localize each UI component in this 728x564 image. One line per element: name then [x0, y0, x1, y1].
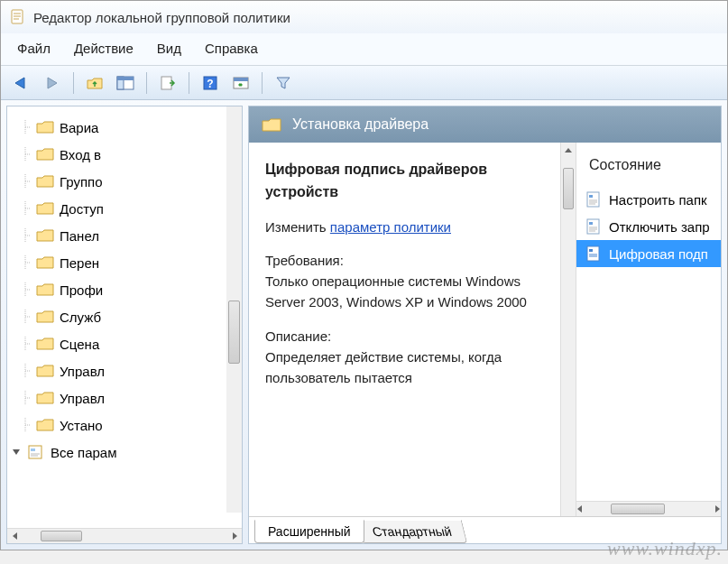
tree-item[interactable]: Сцена [7, 330, 242, 357]
tree-branch-icon [20, 228, 31, 243]
toolbar-separator-4 [262, 72, 263, 94]
menu-help[interactable]: Справка [205, 41, 258, 56]
scrollbar-thumb[interactable] [563, 168, 574, 209]
folder-icon [36, 282, 54, 297]
svg-text:?: ? [207, 78, 213, 90]
list-horizontal-scrollbar[interactable] [576, 501, 721, 516]
properties-button[interactable] [227, 70, 254, 96]
list-item[interactable]: Настроить папк [576, 186, 721, 213]
tree-item[interactable]: Доступ [7, 195, 242, 222]
filter-button[interactable] [270, 70, 297, 96]
scroll-left-icon[interactable] [7, 529, 23, 544]
list-column-header[interactable]: Состояние [576, 143, 721, 182]
folder-icon [36, 255, 54, 270]
list-item[interactable]: Отключить запр [576, 213, 721, 240]
svg-rect-42 [589, 195, 593, 198]
tree-item[interactable]: Управл [7, 384, 242, 411]
scroll-right-icon[interactable] [714, 505, 721, 513]
folder-icon [36, 364, 54, 378]
tab-standard[interactable]: Стандартный [355, 520, 467, 543]
list-item[interactable]: Цифровая подп [576, 240, 721, 267]
tree-item-all-params[interactable]: Все парам [7, 439, 242, 466]
scroll-up-icon[interactable] [561, 143, 576, 158]
list-item-label: Цифровая подп [609, 246, 708, 262]
folder-icon [36, 174, 54, 189]
scrollbar-thumb[interactable] [41, 531, 82, 541]
export-button[interactable] [154, 70, 181, 96]
tree-item[interactable]: Панел [7, 222, 242, 249]
show-hide-tree-button[interactable] [112, 70, 139, 96]
folder-icon [36, 228, 54, 243]
menu-view[interactable]: Вид [157, 41, 181, 56]
tree-vertical-scrollbar[interactable] [226, 106, 242, 513]
edit-policy-link[interactable]: параметр политики [330, 219, 451, 235]
policy-icon [585, 191, 602, 208]
scrollbar-thumb[interactable] [611, 504, 665, 514]
toolbar: ? [1, 66, 727, 100]
menu-action[interactable]: Действие [74, 41, 134, 56]
tree-item-label: Все парам [51, 445, 116, 460]
toolbar-separator-3 [189, 72, 189, 94]
tree-panel: Вариа Вход в Группо Доступ Панел [6, 106, 243, 544]
view-tabs: Расширенный Стандартный [249, 516, 721, 543]
tree-item[interactable]: Профи [7, 276, 242, 303]
requirements-label: Требования: [265, 253, 344, 268]
folder-icon [36, 337, 54, 351]
tree-item[interactable]: Вход в [7, 141, 242, 168]
tree-item-label: Вариа [60, 120, 98, 135]
tree-item[interactable]: Вариа [7, 114, 242, 141]
policy-title: Цифровая подпись драйверов устройств [265, 159, 548, 204]
svg-rect-38 [31, 448, 35, 451]
description-body: Определяет действие системы, когда польз… [265, 349, 502, 385]
tree-branch-icon [20, 364, 31, 378]
tree-item-label: Служб [60, 310, 101, 325]
scrollbar-thumb[interactable] [228, 300, 240, 364]
tree-item-label: Панел [60, 228, 99, 244]
folder-icon [36, 310, 54, 324]
detail-header: Установка драйвера [249, 106, 721, 143]
titlebar: Редактор локальной групповой политики [1, 1, 727, 33]
help-button[interactable]: ? [197, 70, 224, 96]
tree[interactable]: Вариа Вход в Группо Доступ Панел [7, 106, 242, 528]
tree-item[interactable]: Управл [7, 357, 242, 384]
folder-icon [36, 147, 54, 162]
detail-body: Цифровая подпись драйверов устройств Изм… [249, 143, 721, 516]
tree-item[interactable]: Группо [7, 168, 242, 195]
scroll-right-icon[interactable] [226, 529, 242, 544]
gpedit-window: Редактор локальной групповой политики Фа… [0, 0, 728, 550]
folder-icon [36, 418, 54, 432]
policy-icon [585, 245, 602, 262]
back-button[interactable] [8, 70, 35, 96]
svg-rect-37 [29, 446, 41, 458]
forward-button[interactable] [39, 70, 66, 96]
expand-icon[interactable] [11, 447, 22, 458]
tree-item[interactable]: Служб [7, 303, 242, 330]
tree-item-label: Группо [60, 174, 103, 190]
folder-icon [36, 391, 54, 405]
settings-icon [27, 445, 45, 459]
folder-icon [262, 116, 281, 133]
tree-branch-icon [20, 391, 31, 405]
scroll-left-icon[interactable] [576, 505, 584, 513]
tree-horizontal-scrollbar[interactable] [7, 528, 242, 543]
svg-rect-6 [117, 77, 134, 80]
menu-file[interactable]: Файл [17, 41, 51, 56]
description-label: Описание: [265, 328, 331, 344]
tree-branch-icon [20, 147, 31, 162]
menubar: Файл Действие Вид Справка [1, 33, 727, 66]
tree-item[interactable]: Перен [7, 249, 242, 276]
tree-item-label: Перен [60, 255, 99, 271]
detail-header-title: Установка драйвера [292, 116, 429, 133]
svg-rect-51 [587, 246, 599, 261]
tree-item-label: Устано [60, 418, 103, 433]
svg-rect-46 [587, 219, 599, 234]
folder-icon [36, 120, 54, 134]
toolbar-separator-2 [146, 72, 147, 94]
window-title: Редактор локальной групповой политики [33, 10, 290, 25]
tab-extended[interactable]: Расширенный [254, 520, 364, 543]
up-folder-button[interactable] [81, 70, 108, 96]
description-column: Цифровая подпись драйверов устройств Изм… [249, 143, 560, 516]
description-scrollbar[interactable] [560, 143, 576, 516]
tree-item[interactable]: Устано [7, 411, 242, 439]
settings-list[interactable]: Настроить папк Отключить запр Цифровая п… [576, 182, 721, 271]
